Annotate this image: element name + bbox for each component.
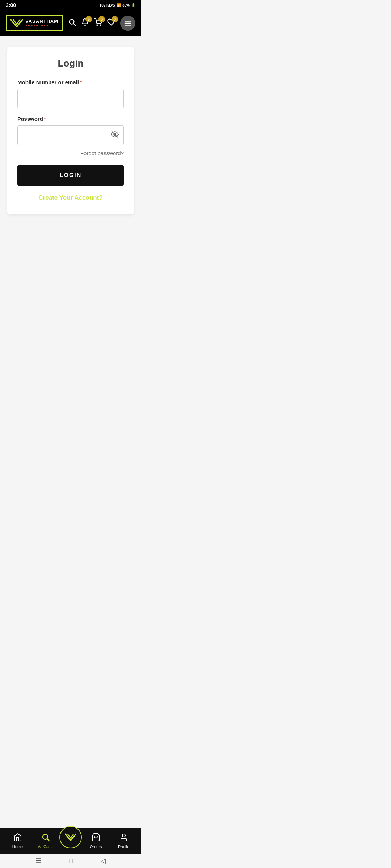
cart-button[interactable]: 0 xyxy=(94,18,102,28)
svg-point-2 xyxy=(97,25,97,25)
wishlist-button[interactable]: 0 xyxy=(107,18,115,28)
mobile-field-group: Mobile Number or email* xyxy=(17,79,124,116)
wifi-icon: 📶 xyxy=(117,3,121,7)
logo-sub-name: SUPER MART xyxy=(25,24,58,27)
mobile-required-star: * xyxy=(80,79,82,85)
menu-button[interactable] xyxy=(120,16,135,31)
search-button[interactable] xyxy=(68,18,76,28)
login-card: Login Mobile Number or email* Password* xyxy=(7,47,134,214)
create-account-link[interactable]: Create Your Account? xyxy=(17,194,124,201)
status-icons: 102 KB/S 📶 38% 🔋 xyxy=(100,3,135,7)
wishlist-badge: 0 xyxy=(112,16,118,22)
main-content: Login Mobile Number or email* Password* xyxy=(0,36,141,271)
forgot-password-link[interactable]: Forgot password? xyxy=(17,150,124,157)
status-bar: 2:00 102 KB/S 📶 38% 🔋 xyxy=(0,0,141,10)
login-button[interactable]: LOGIN xyxy=(17,165,124,186)
logo-brand-name: VASANTHAM xyxy=(25,19,58,24)
battery-icon: 🔋 xyxy=(131,3,135,7)
forgot-password-text[interactable]: Forgot password? xyxy=(80,150,124,156)
logo[interactable]: VASANTHAM SUPER MART xyxy=(6,15,63,31)
logo-text: VASANTHAM SUPER MART xyxy=(25,19,58,27)
password-input[interactable] xyxy=(17,125,124,145)
app-header: VASANTHAM SUPER MART 5 0 xyxy=(0,10,141,36)
password-wrapper xyxy=(17,125,124,145)
password-field-group: Password* xyxy=(17,116,124,145)
cart-badge: 0 xyxy=(98,16,105,22)
mobile-input[interactable] xyxy=(17,89,124,109)
mobile-label: Mobile Number or email* xyxy=(17,79,124,85)
password-required-star: * xyxy=(44,116,46,122)
speed-indicator: 102 KB/S xyxy=(100,3,115,7)
login-title: Login xyxy=(17,58,124,69)
password-label: Password* xyxy=(17,116,124,122)
svg-line-1 xyxy=(73,24,75,25)
header-actions: 5 0 0 xyxy=(68,16,135,31)
notification-button[interactable]: 5 xyxy=(81,18,89,28)
create-account-text[interactable]: Create Your Account? xyxy=(38,194,102,201)
notification-badge: 5 xyxy=(85,16,92,22)
password-toggle-icon[interactable] xyxy=(111,131,119,140)
battery-text: 38% xyxy=(122,3,130,7)
status-time: 2:00 xyxy=(6,2,16,8)
logo-v-icon xyxy=(10,18,23,28)
svg-point-3 xyxy=(100,25,101,25)
